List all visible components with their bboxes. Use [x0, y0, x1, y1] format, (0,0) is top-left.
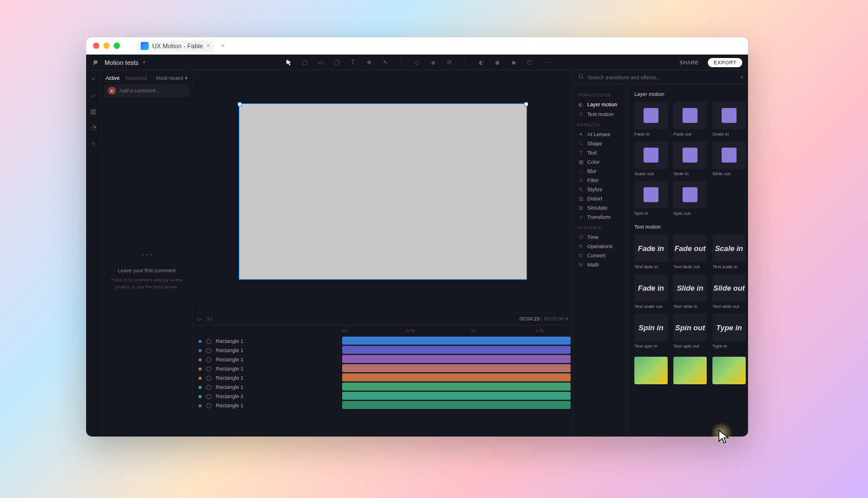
layer-visibility-icon[interactable]: [206, 339, 211, 344]
comments-tab-resolved[interactable]: Resolved: [126, 75, 148, 81]
tool-ellipse-icon[interactable]: ◯: [333, 59, 341, 67]
tool-pen-icon[interactable]: ✎: [381, 59, 389, 67]
preset-item[interactable]: Scale out: [634, 141, 668, 176]
tracks[interactable]: [342, 335, 573, 409]
close-icon[interactable]: ×: [740, 74, 743, 80]
window-minimize-button[interactable]: [103, 43, 110, 49]
layer-visibility-icon[interactable]: [206, 366, 211, 372]
category-item[interactable]: ↻Convert: [577, 251, 623, 260]
preset-item[interactable]: Scale in: [712, 102, 746, 137]
layer-row[interactable]: Rectangle 1: [193, 401, 342, 410]
track-bar[interactable]: [342, 346, 571, 354]
preset-item-ai-2[interactable]: [673, 357, 707, 384]
category-item[interactable]: ⏱Time: [577, 233, 623, 242]
window-close-button[interactable]: [93, 43, 99, 49]
comments-tab-active[interactable]: Active: [106, 75, 120, 81]
layer-row[interactable]: Rectangle 1: [193, 337, 342, 346]
layer-visibility-icon[interactable]: [206, 394, 211, 399]
preset-item[interactable]: Type in Type in: [712, 314, 746, 349]
preset-item[interactable]: Slide in Text slide in: [673, 274, 707, 309]
layer-visibility-icon[interactable]: [206, 357, 211, 362]
category-item[interactable]: ⤢Transform: [577, 213, 623, 222]
category-item[interactable]: TText: [577, 148, 623, 157]
track-bar[interactable]: [342, 383, 571, 391]
category-item[interactable]: ○Shape: [577, 139, 623, 148]
track-bar[interactable]: [342, 392, 571, 400]
app-logo-icon[interactable]: [92, 59, 100, 67]
category-item[interactable]: ⊞Simulate: [577, 203, 623, 213]
tool-effects-icon[interactable]: ◉: [494, 59, 502, 67]
preset-item-ai-1[interactable]: [634, 357, 668, 384]
layer-visibility-icon[interactable]: [206, 376, 211, 381]
track-bar[interactable]: [342, 337, 571, 345]
category-item[interactable]: ✦AI Lenses: [577, 130, 623, 139]
preset-item-ai-3[interactable]: [712, 357, 746, 384]
rail-sparkle-icon[interactable]: ✧: [91, 140, 96, 148]
window-maximize-button[interactable]: [114, 43, 120, 49]
preset-item[interactable]: Slide out: [712, 141, 746, 176]
new-tab-button[interactable]: +: [219, 42, 227, 50]
layer-visibility-icon[interactable]: [206, 403, 211, 408]
category-item[interactable]: ▥Distort: [577, 194, 623, 203]
project-dropdown-icon[interactable]: ▾: [143, 60, 145, 65]
layer-row[interactable]: Rectangle 1: [193, 355, 342, 364]
preset-item[interactable]: Fade out Text fade out: [673, 234, 707, 269]
category-item[interactable]: ▦Color: [577, 157, 623, 167]
tool-hand-icon[interactable]: ✥: [365, 59, 373, 67]
tool-align-icon[interactable]: ◆: [510, 59, 518, 67]
tool-rotate-icon[interactable]: ⟳: [445, 59, 454, 67]
track-bar[interactable]: [342, 364, 571, 372]
layer-row[interactable]: Rectangle 1: [193, 364, 342, 373]
preset-scroll[interactable]: Layer motion Fade in Fade out Scale in S…: [627, 84, 748, 437]
search-input[interactable]: [588, 75, 737, 80]
canvas-artboard[interactable]: [239, 104, 526, 279]
preset-item[interactable]: Scale in Text scale in: [712, 234, 746, 269]
tool-transform-icon[interactable]: ⬡: [526, 59, 534, 67]
layer-row[interactable]: Rectangle 2: [193, 392, 342, 401]
tool-mask-icon[interactable]: ◐: [478, 59, 486, 67]
timeline-ruler[interactable]: 0s0.5s1s1.5s2s2.5s: [342, 325, 573, 335]
tool-frame-icon[interactable]: ▢: [301, 59, 309, 67]
preset-item[interactable]: Spin in: [634, 181, 668, 216]
rail-comment-icon[interactable]: ◔: [91, 123, 96, 132]
rail-grid-icon[interactable]: ▦: [90, 107, 96, 115]
tab-close-icon[interactable]: ×: [207, 43, 210, 49]
track-bar[interactable]: [342, 373, 571, 381]
layer-row[interactable]: Rectangle 1: [193, 346, 342, 355]
category-item[interactable]: ◌Blur: [577, 167, 623, 176]
category-item[interactable]: fxMath: [577, 260, 623, 269]
share-button[interactable]: SHARE: [675, 58, 704, 67]
category-item[interactable]: ✎Stylize: [577, 185, 623, 194]
preset-item[interactable]: Slide in: [673, 141, 707, 176]
rail-folder-icon[interactable]: ▱: [91, 91, 96, 99]
export-button[interactable]: EXPORT: [708, 58, 742, 67]
timecode[interactable]: 00:04:29 | 00:05:00 ▾: [520, 316, 568, 322]
track-bar[interactable]: [342, 401, 571, 409]
tool-boolean-icon[interactable]: ◈: [429, 59, 437, 67]
layer-row[interactable]: Rectangle 1: [193, 373, 342, 383]
tool-shape-icon[interactable]: ◇: [413, 59, 421, 67]
tool-text-icon[interactable]: T: [349, 59, 357, 67]
canvas-area[interactable]: [193, 71, 573, 312]
play-button[interactable]: ▷: [197, 316, 202, 322]
layer-visibility-icon[interactable]: [206, 385, 211, 390]
category-item[interactable]: ✕Operations: [577, 242, 623, 251]
category-item[interactable]: ੦Text motion: [577, 109, 623, 119]
comment-input[interactable]: [119, 88, 185, 94]
preset-item[interactable]: Fade out: [673, 102, 707, 137]
project-title[interactable]: Motion tests: [104, 59, 138, 66]
track-bar[interactable]: [342, 355, 571, 363]
preset-item[interactable]: Fade in Text scale out: [634, 274, 668, 309]
preset-item[interactable]: Spin in Text spin in: [634, 314, 668, 349]
category-item[interactable]: ◐Layer motion: [577, 100, 623, 109]
preset-item[interactable]: Fade in Text fade in: [634, 234, 668, 269]
comments-sort-dropdown[interactable]: Most recent ▾: [156, 75, 188, 81]
tool-more-icon[interactable]: ⋯: [542, 59, 550, 67]
preset-item[interactable]: Slide out Text slide out: [712, 274, 746, 309]
tool-select-icon[interactable]: [285, 59, 293, 67]
preset-item[interactable]: Spin out Text spin out: [673, 314, 707, 349]
browser-tab[interactable]: UX Motion - Fable ×: [136, 40, 215, 52]
preset-item[interactable]: Spin out: [673, 181, 707, 216]
layer-visibility-icon[interactable]: [206, 348, 211, 353]
preset-item[interactable]: Fade in: [634, 102, 668, 137]
